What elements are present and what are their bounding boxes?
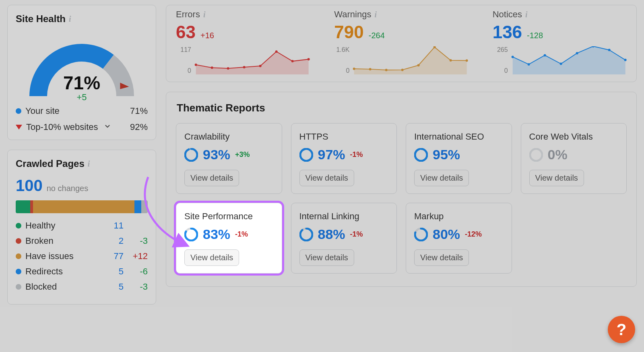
view-details-button[interactable]: View details bbox=[414, 170, 469, 186]
site-health-heading: Site Health i bbox=[16, 13, 148, 25]
cp-delta: +12 bbox=[124, 251, 148, 261]
donut-icon bbox=[184, 148, 198, 162]
cp-row-blocked[interactable]: Blocked5-3 bbox=[16, 282, 148, 292]
cp-count: 2 bbox=[99, 236, 124, 246]
info-icon[interactable]: i bbox=[88, 159, 90, 169]
crawled-pages-panel: Crawled Pages i 100 no changes Healthy11… bbox=[7, 150, 156, 305]
cp-row-healthy[interactable]: Healthy11 bbox=[16, 220, 148, 231]
cp-row-haveissues[interactable]: Have issues77+12 bbox=[16, 251, 148, 261]
cp-label: Healthy bbox=[25, 220, 56, 231]
bar-seg-haveissues bbox=[33, 200, 135, 213]
svg-point-17 bbox=[527, 63, 530, 66]
site-health-panel: Site Health i 71% +5 Your site 71% bbox=[7, 5, 156, 140]
svg-point-19 bbox=[559, 63, 562, 65]
spark-ymax: 1.6K bbox=[334, 46, 349, 54]
svg-point-18 bbox=[543, 54, 546, 56]
svg-point-4 bbox=[259, 65, 262, 67]
cp-label: Redirects bbox=[25, 266, 63, 277]
svg-point-35 bbox=[300, 228, 312, 241]
metric-warnings-value: 790 bbox=[334, 22, 363, 42]
site-health-gauge: 71% +5 bbox=[21, 32, 142, 100]
dot-icon bbox=[16, 108, 21, 114]
metric-notices-value: 136 bbox=[493, 22, 522, 42]
card-delta: -1% bbox=[350, 230, 363, 239]
view-details-button[interactable]: View details bbox=[184, 170, 239, 186]
card-title: Crawlability bbox=[184, 132, 274, 142]
card-delta: +3% bbox=[235, 150, 250, 159]
svg-point-2 bbox=[227, 67, 229, 70]
info-icon[interactable]: i bbox=[69, 14, 71, 24]
spark-ymax: 265 bbox=[493, 46, 508, 54]
crawled-pages-count[interactable]: 100 bbox=[16, 177, 43, 195]
crawled-pages-heading: Crawled Pages i bbox=[16, 158, 148, 169]
card-title: HTTPS bbox=[299, 132, 389, 142]
view-details-button[interactable]: View details bbox=[184, 249, 239, 266]
card-title: Site Performance bbox=[184, 211, 274, 222]
view-details-button[interactable]: View details bbox=[299, 170, 354, 186]
metric-errors-value: 63 bbox=[176, 22, 196, 42]
spark-ymin: 0 bbox=[334, 67, 349, 74]
metric-errors-label: Errors bbox=[176, 9, 200, 20]
card-pct: 83% bbox=[203, 226, 230, 242]
svg-point-8 bbox=[353, 68, 355, 70]
metric-warnings-delta: -264 bbox=[369, 31, 385, 40]
svg-point-0 bbox=[195, 64, 197, 66]
legend-your-site: Your site 71% bbox=[16, 106, 148, 116]
site-health-value: 71% bbox=[63, 72, 100, 94]
svg-point-30 bbox=[530, 149, 542, 161]
metrics-panel: Errorsi 63 +16 1170 Warningsi 790 -264 1… bbox=[166, 5, 637, 82]
view-details-button[interactable]: View details bbox=[299, 249, 354, 266]
card-https: HTTPS97%-1%View details bbox=[291, 123, 397, 194]
dot-icon bbox=[16, 223, 21, 228]
bar-seg-healthy bbox=[16, 200, 30, 213]
metric-notices-delta: -128 bbox=[527, 31, 543, 40]
card-title: Internal Linking bbox=[299, 211, 389, 222]
view-details-button[interactable]: View details bbox=[529, 170, 584, 186]
card-title: International SEO bbox=[414, 132, 504, 142]
legend-top10[interactable]: Top-10% websites 92% bbox=[16, 122, 148, 132]
donut-icon bbox=[299, 228, 313, 241]
help-button[interactable]: ? bbox=[608, 316, 635, 343]
legend-top10-value: 92% bbox=[130, 122, 148, 132]
svg-point-12 bbox=[417, 64, 420, 66]
spark-ymin: 0 bbox=[176, 67, 191, 74]
card-markup: Markup80%-12%View details bbox=[406, 203, 512, 274]
metric-warnings[interactable]: Warningsi 790 -264 1.6K0 bbox=[334, 9, 468, 74]
info-icon[interactable]: i bbox=[525, 10, 528, 19]
card-pct: 95% bbox=[433, 147, 460, 163]
sparkline-warnings bbox=[353, 46, 468, 74]
info-icon[interactable]: i bbox=[203, 10, 206, 19]
card-delta: -1% bbox=[350, 150, 363, 159]
view-details-button[interactable]: View details bbox=[414, 249, 469, 266]
dot-icon bbox=[16, 284, 21, 290]
svg-point-6 bbox=[291, 60, 294, 62]
bar-seg-blocked bbox=[141, 200, 148, 213]
info-icon[interactable]: i bbox=[374, 10, 377, 19]
svg-point-23 bbox=[624, 59, 626, 61]
svg-point-27 bbox=[300, 149, 312, 161]
chevron-down-icon bbox=[104, 122, 111, 132]
card-pct: 88% bbox=[318, 226, 345, 242]
donut-icon bbox=[299, 148, 313, 162]
cp-delta: -6 bbox=[124, 266, 148, 277]
card-title: Markup bbox=[414, 211, 504, 222]
cp-label: Blocked bbox=[25, 282, 57, 292]
legend-top10-label: Top-10% websites bbox=[26, 122, 98, 132]
card-pct: 97% bbox=[318, 147, 345, 163]
cp-count: 5 bbox=[99, 282, 124, 292]
cp-row-redirects[interactable]: Redirects5-6 bbox=[16, 266, 148, 277]
svg-point-3 bbox=[243, 66, 246, 68]
metric-errors[interactable]: Errorsi 63 +16 1170 bbox=[176, 9, 310, 74]
card-title: Core Web Vitals bbox=[529, 132, 619, 142]
donut-icon bbox=[529, 148, 543, 162]
svg-point-1 bbox=[211, 66, 213, 69]
cp-row-broken[interactable]: Broken2-3 bbox=[16, 236, 148, 246]
card-internal-linking: Internal Linking88%-1%View details bbox=[291, 203, 397, 274]
donut-icon bbox=[414, 148, 428, 162]
sparkline-notices bbox=[511, 46, 627, 74]
thematic-reports-panel: Thematic Reports Crawlability93%+3%View … bbox=[166, 92, 637, 287]
metric-notices[interactable]: Noticesi 136 -128 2650 bbox=[493, 9, 627, 74]
metric-warnings-label: Warnings bbox=[334, 9, 371, 20]
card-delta: -1% bbox=[235, 230, 248, 239]
bar-seg-redirects bbox=[134, 200, 141, 213]
